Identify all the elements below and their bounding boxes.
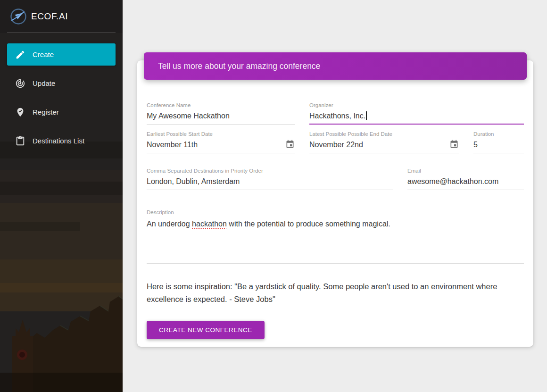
description-textarea[interactable]: An underdog hackathon with the potential…: [147, 218, 524, 264]
clipboard-icon: [15, 136, 25, 146]
text-caret: [366, 111, 367, 120]
destinations-field: Comma Separated Destinations in Priority…: [147, 167, 393, 190]
create-new-conference-button[interactable]: CREATE NEW CONFERENCE: [147, 321, 265, 339]
sidebar-item-label: Create: [33, 50, 54, 58]
inspiration-quote: Here is some inspiration: "Be a yardstic…: [147, 280, 524, 306]
email-field: Email awesome@hackathon.com: [407, 167, 524, 190]
end-date-label: Latest Possible Possible End Date: [309, 131, 459, 137]
calendar-icon[interactable]: [285, 140, 295, 149]
sidebar-item-label: Register: [33, 108, 59, 116]
sidebar-item-label: Update: [33, 79, 55, 87]
sidebar: ECOF.AI Create Update Reg: [0, 0, 123, 392]
sidebar-item-update[interactable]: Update: [7, 72, 116, 94]
conference-form: Conference Name My Awesome Hackathon Org…: [147, 80, 524, 339]
app-logo: ECOF.AI: [10, 8, 68, 25]
calendar-icon[interactable]: [449, 140, 459, 149]
destinations-label: Comma Separated Destinations in Priority…: [147, 167, 393, 174]
email-input[interactable]: awesome@hackathon.com: [407, 176, 524, 190]
track-changes-icon: [15, 78, 25, 89]
sidebar-item-label: Destinations List: [33, 137, 84, 145]
destinations-input[interactable]: London, Dublin, Amsterdam: [147, 176, 393, 190]
sidebar-item-create[interactable]: Create: [7, 43, 116, 66]
sidebar-item-register[interactable]: Register: [7, 101, 116, 123]
conference-name-label: Conference Name: [147, 102, 295, 108]
description-text-before: An underdog: [147, 220, 192, 228]
duration-input[interactable]: 5: [473, 140, 524, 153]
description-label: Description: [147, 209, 524, 216]
organizer-label: Organizer: [309, 102, 524, 108]
end-date-input[interactable]: November 22nd: [309, 140, 459, 153]
form-header-banner: Tell us more about your amazing conferen…: [144, 52, 527, 80]
start-date-field: Earliest Possible Start Date November 11…: [147, 131, 295, 153]
sidebar-header: ECOF.AI: [7, 0, 116, 33]
conference-name-input[interactable]: My Awesome Hackathon: [147, 111, 295, 125]
email-label: Email: [407, 167, 524, 174]
start-date-input[interactable]: November 11th: [147, 140, 295, 153]
start-date-label: Earliest Possible Start Date: [147, 131, 295, 137]
conference-name-field: Conference Name My Awesome Hackathon: [147, 102, 295, 125]
sidebar-item-destinations-list[interactable]: Destinations List: [7, 130, 116, 152]
main-content: Tell us more about your amazing conferen…: [123, 0, 547, 392]
organizer-field: Organizer Hackathons, Inc.: [309, 102, 524, 125]
conference-form-card: Tell us more about your amazing conferen…: [137, 60, 533, 347]
end-date-field: Latest Possible Possible End Date Novemb…: [309, 131, 459, 153]
form-title: Tell us more about your amazing conferen…: [158, 61, 320, 71]
duration-label: Duration: [473, 131, 524, 137]
organizer-input[interactable]: Hackathons, Inc.: [309, 111, 524, 125]
pencil-icon: [15, 50, 25, 60]
duration-field: Duration 5: [473, 131, 524, 153]
organizer-value-text: Hackathons, Inc.: [309, 112, 365, 120]
description-field: Description An underdog hackathon with t…: [147, 209, 524, 264]
misspelled-word: hackathon: [192, 220, 227, 228]
pin-check-icon: [15, 107, 25, 117]
sidebar-menu: Create Update Register Destinations: [0, 33, 123, 152]
description-text-after: with the potential to produce something …: [227, 220, 390, 228]
plane-circle-logo-icon: [10, 8, 27, 25]
app-title: ECOF.AI: [31, 11, 68, 22]
